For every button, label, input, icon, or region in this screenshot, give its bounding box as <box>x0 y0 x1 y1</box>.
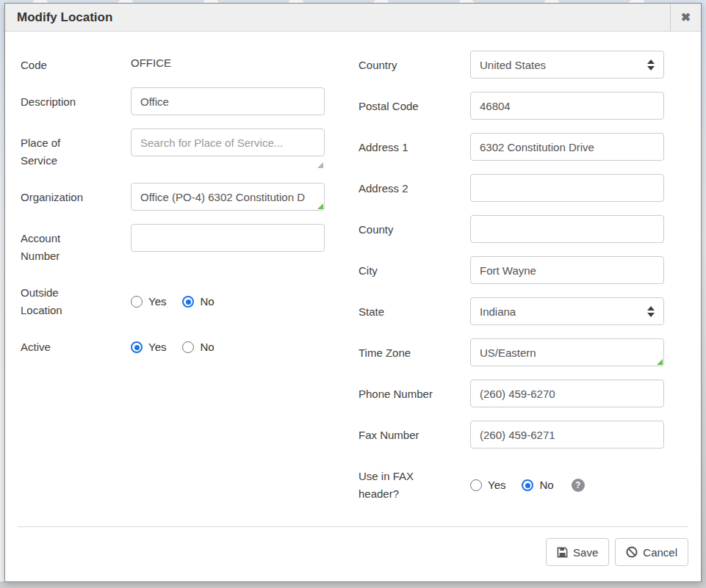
field-row-outside-location: Outside Location Yes No <box>21 278 325 319</box>
description-label: Description <box>21 87 131 115</box>
modify-location-modal: Modify Location ✖ Code OFFICE Descriptio… <box>4 3 702 582</box>
active-no-radio[interactable]: No <box>182 341 214 353</box>
radio-option-label: Yes <box>148 341 166 353</box>
autocomplete-valid-corner-icon <box>317 203 323 209</box>
organization-input[interactable] <box>131 183 325 211</box>
county-input[interactable] <box>470 215 664 243</box>
use-in-fax-header-yes-radio[interactable]: Yes <box>470 479 505 491</box>
autocomplete-corner-icon <box>317 162 323 168</box>
postal-code-label: Postal Code <box>359 92 470 120</box>
radio-circle-icon <box>470 479 482 491</box>
help-icon[interactable]: ? <box>572 479 585 492</box>
address1-label: Address 1 <box>359 133 470 161</box>
field-row-address1: Address 1 <box>359 133 664 161</box>
modal-header: Modify Location ✖ <box>5 4 701 32</box>
cancel-button[interactable]: Cancel <box>615 538 688 566</box>
radio-circle-icon <box>522 479 533 491</box>
outside-location-no-radio[interactable]: No <box>182 296 214 308</box>
time-zone-input[interactable] <box>470 338 664 366</box>
active-yes-radio[interactable]: Yes <box>131 341 166 353</box>
field-row-organization: Organization <box>21 183 325 211</box>
field-row-time-zone: Time Zone <box>359 338 664 366</box>
active-radio-group: Yes No <box>131 333 325 356</box>
page-background-bottom <box>0 581 706 588</box>
field-row-place-of-service: Place of Service <box>21 128 325 170</box>
place-of-service-search-input[interactable] <box>131 128 325 156</box>
cancel-button-label: Cancel <box>643 546 677 559</box>
field-row-phone-number: Phone Number <box>359 380 664 407</box>
radio-option-label: No <box>539 479 553 491</box>
outside-location-radio-group: Yes No <box>131 278 325 319</box>
close-button[interactable]: ✖ <box>670 4 701 31</box>
modal-footer: Save Cancel <box>5 527 701 581</box>
field-row-description: Description <box>21 87 325 115</box>
address2-label: Address 2 <box>359 174 470 202</box>
radio-option-label: No <box>200 296 214 308</box>
time-zone-label: Time Zone <box>359 338 470 366</box>
state-select[interactable]: Indiana <box>470 297 664 325</box>
outside-location-yes-radio[interactable]: Yes <box>131 296 166 308</box>
city-label: City <box>359 256 470 284</box>
place-of-service-label: Place of Service <box>21 128 131 170</box>
country-label: Country <box>359 51 470 79</box>
field-row-code: Code OFFICE <box>21 51 325 74</box>
state-selected-value: Indiana <box>480 305 516 318</box>
fax-number-input[interactable] <box>470 421 664 449</box>
phone-number-input[interactable] <box>470 380 664 407</box>
save-button-label: Save <box>573 546 598 559</box>
organization-label: Organization <box>21 183 131 211</box>
field-row-state: State Indiana <box>359 297 664 325</box>
field-row-account-number: Account Number <box>21 224 325 265</box>
select-updown-arrows-icon <box>647 306 655 317</box>
phone-number-label: Phone Number <box>359 380 470 407</box>
country-select[interactable]: United States <box>470 51 664 79</box>
form-column-left: Code OFFICE Description Place of Service <box>21 51 325 526</box>
code-label: Code <box>21 51 131 74</box>
save-button[interactable]: Save <box>546 538 609 566</box>
floppy-disk-icon <box>557 547 568 558</box>
radio-circle-icon <box>131 341 143 353</box>
city-input[interactable] <box>470 256 664 284</box>
radio-option-label: No <box>200 341 214 353</box>
use-in-fax-header-label: Use in FAX header? <box>359 462 470 503</box>
code-value: OFFICE <box>131 51 325 72</box>
autocomplete-valid-corner-icon <box>657 359 663 365</box>
radio-option-label: Yes <box>488 479 505 491</box>
use-in-fax-header-no-radio[interactable]: No <box>522 479 553 491</box>
active-label: Active <box>21 333 131 356</box>
modal-title: Modify Location <box>5 10 670 25</box>
select-updown-arrows-icon <box>647 59 655 70</box>
radio-circle-icon <box>131 296 143 308</box>
state-label: State <box>359 297 470 325</box>
modal-body: Code OFFICE Description Place of Service <box>5 32 701 526</box>
radio-circle-icon <box>182 341 194 353</box>
postal-code-input[interactable] <box>470 92 664 120</box>
ban-circle-icon <box>626 546 638 558</box>
field-row-county: County <box>359 215 664 243</box>
country-selected-value: United States <box>480 59 546 71</box>
radio-option-label: Yes <box>148 296 166 308</box>
address2-input[interactable] <box>470 174 664 202</box>
radio-circle-icon <box>182 296 194 308</box>
field-row-active: Active Yes No <box>21 333 325 356</box>
field-row-fax-number: Fax Number <box>359 421 664 449</box>
close-icon: ✖ <box>681 10 691 24</box>
field-row-use-in-fax-header: Use in FAX header? Yes No ? <box>359 462 664 503</box>
field-row-country: Country United States <box>359 51 664 79</box>
outside-location-label: Outside Location <box>21 278 131 319</box>
address1-input[interactable] <box>470 133 664 161</box>
field-row-address2: Address 2 <box>359 174 664 202</box>
page-background-right <box>702 0 706 588</box>
form-column-right: Country United States Postal Code <box>359 51 664 526</box>
county-label: County <box>359 215 470 243</box>
use-in-fax-header-radio-group: Yes No ? <box>470 462 664 503</box>
account-number-label: Account Number <box>21 224 131 265</box>
fax-number-label: Fax Number <box>359 421 470 449</box>
description-input[interactable] <box>131 87 325 115</box>
field-row-city: City <box>359 256 664 284</box>
field-row-postal-code: Postal Code <box>359 92 664 120</box>
account-number-input[interactable] <box>131 224 325 252</box>
